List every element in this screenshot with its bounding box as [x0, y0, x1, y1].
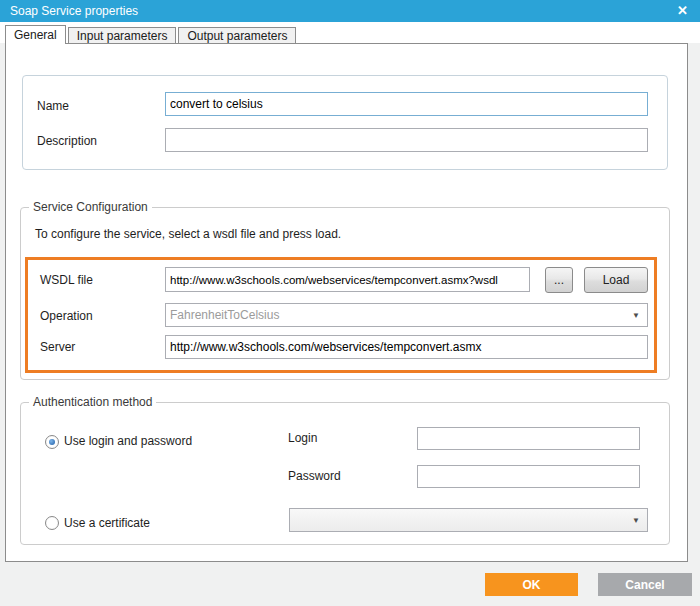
tab-output-parameters[interactable]: Output parameters	[178, 27, 296, 43]
password-input[interactable]	[417, 465, 640, 488]
browse-button[interactable]: ...	[545, 267, 573, 293]
operation-label: Operation	[40, 309, 93, 324]
authentication-method-legend: Authentication method	[29, 395, 156, 409]
description-input[interactable]	[165, 128, 648, 152]
server-label: Server	[40, 340, 75, 355]
ok-button[interactable]: OK	[485, 573, 578, 596]
tab-general-label: General	[14, 28, 57, 42]
description-label: Description	[37, 134, 97, 149]
operation-dropdown[interactable]: FahrenheitToCelsius ▼	[165, 303, 648, 327]
tab-input-parameters-label: Input parameters	[77, 29, 168, 43]
operation-selected-value: FahrenheitToCelsius	[170, 306, 643, 324]
server-input[interactable]	[165, 335, 648, 359]
service-config-instruction: To configure the service, select a wsdl …	[35, 227, 341, 242]
radio-dot	[49, 439, 55, 445]
use-certificate-radio[interactable]	[45, 516, 59, 530]
title-bar: Soap Service properties ✕	[0, 0, 700, 22]
name-label: Name	[37, 99, 69, 114]
close-icon[interactable]: ✕	[677, 0, 688, 22]
certificate-dropdown[interactable]: ▼	[289, 508, 648, 532]
password-label: Password	[288, 469, 341, 484]
wsdl-file-input[interactable]	[165, 267, 530, 292]
window-title: Soap Service properties	[10, 0, 138, 22]
chevron-down-icon: ▼	[632, 311, 640, 320]
soap-service-properties-dialog: Soap Service properties ✕ General Input …	[0, 0, 700, 606]
name-description-groupbox	[22, 75, 668, 170]
load-button[interactable]: Load	[584, 267, 648, 293]
use-login-password-radio[interactable]	[45, 435, 59, 449]
chevron-down-icon: ▼	[632, 516, 640, 525]
service-configuration-legend: Service Configuration	[29, 200, 152, 214]
tab-input-parameters[interactable]: Input parameters	[68, 27, 177, 43]
tab-bar: General Input parameters Output paramete…	[5, 25, 298, 44]
cancel-button[interactable]: Cancel	[598, 573, 692, 596]
tab-output-parameters-label: Output parameters	[187, 29, 287, 43]
tab-general[interactable]: General	[5, 25, 66, 44]
login-input[interactable]	[417, 427, 640, 450]
wsdl-file-label: WSDL file	[40, 273, 93, 288]
use-login-password-label: Use login and password	[64, 434, 192, 449]
name-input[interactable]	[165, 92, 648, 116]
login-label: Login	[288, 431, 317, 446]
use-certificate-label: Use a certificate	[64, 516, 150, 531]
